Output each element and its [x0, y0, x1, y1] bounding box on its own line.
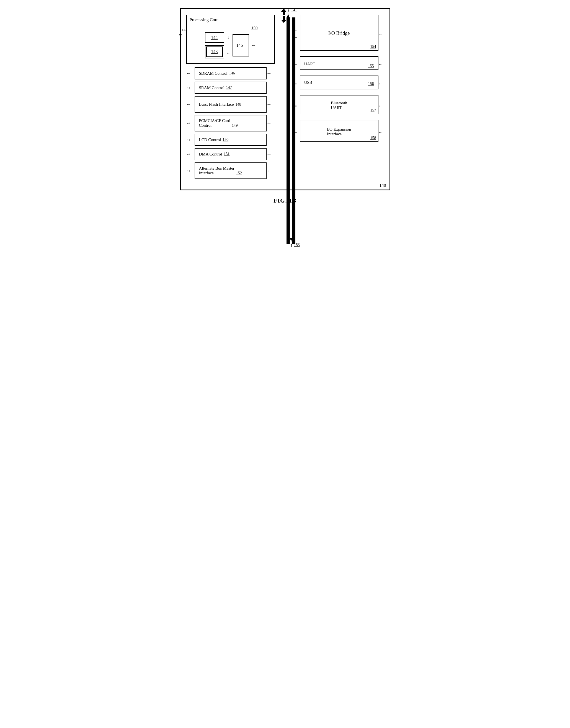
io-bridge-right-arrow: ← [378, 31, 384, 37]
diagram-wrapper: Processing Core 159 ↔ 142 144 [186, 15, 384, 181]
alt-bus-right-arrow: ↔ [267, 168, 275, 174]
pcmcia-box: PCMCIA/CF Card Control 149 [195, 115, 267, 131]
lcd-right-arrow: → [267, 137, 275, 143]
burst-flash-row: ↔ Burst Flash Interface 148 ← [186, 96, 275, 113]
usb-row: ↔ USB 156 ↔ [294, 76, 384, 92]
dma-left-arrow: ↔ [186, 151, 195, 157]
svg-marker-6 [281, 9, 287, 15]
fig-label: FIG. 1B [274, 197, 296, 204]
bluetooth-left-arrow: ↔ [294, 104, 300, 108]
svg-marker-7 [281, 16, 287, 23]
core-block-145: 145 [233, 34, 249, 56]
uart-right-arrow: ↔ [378, 62, 384, 67]
sram-left-arrow: ↔ [186, 85, 195, 91]
core-right-arrow: ↔ [251, 43, 256, 48]
svg-text:141: 141 [291, 8, 297, 12]
main-diagram-box: 141 153 Processing Core 159 ↔ [180, 8, 390, 190]
sram-box: SRAM Control 147 [195, 82, 267, 94]
lcd-row: ↔ LCD Control 150 → [186, 134, 275, 146]
alt-bus-row: ↔ Alternate Bus Master Interface 152 ↔ [186, 162, 275, 179]
dma-right-arrow: → [267, 151, 275, 157]
usb-box: USB 156 [300, 76, 378, 89]
dma-row: ↔ DMA Control 151 → [186, 148, 275, 160]
right-column: ↔ ↔ I/O Bridge 154 ← [291, 15, 384, 147]
page-container: 141 153 Processing Core 159 ↔ [177, 8, 393, 204]
io-expansion-box: I/O ExpansionInterface 158 [300, 120, 378, 142]
uart-row: ↔ UART 155 ↔ [294, 56, 384, 73]
dma-box: DMA Control 151 [195, 148, 267, 160]
core-ref-159: 159 [251, 26, 258, 30]
lcd-box: LCD Control 150 [195, 134, 267, 146]
io-bridge-row: ↔ ↔ I/O Bridge 154 ← [294, 15, 384, 53]
io-bridge-left-arrows: ↔ ↔ [294, 28, 300, 40]
sdram-left-arrow: ↔ [186, 71, 195, 76]
processing-core-box: Processing Core 159 ↔ 142 144 [186, 15, 275, 64]
sram-right-arrow: → [267, 85, 275, 91]
io-bridge-box: I/O Bridge 154 [300, 15, 378, 51]
pcmcia-right-arrow: ← [267, 120, 275, 126]
lcd-left-arrow: ↔ [186, 137, 195, 143]
processing-core-label: Processing Core [190, 17, 218, 22]
usb-right-arrow: ↔ [378, 82, 384, 86]
main-ref-140: 140 [379, 183, 386, 188]
sdram-box: SDRAM Control 146 [195, 67, 267, 79]
bus-top-arrow [280, 9, 288, 15]
io-expansion-row: ↔ I/O ExpansionInterface 158 ← [294, 120, 384, 145]
svg-marker-4 [289, 238, 293, 241]
uart-left-arrow: ↔ [294, 62, 300, 67]
pcmcia-left-arrow: ↔ [186, 120, 195, 126]
core-block-143: 143 [206, 46, 223, 57]
sdram-right-arrow: → [267, 71, 275, 76]
inner-arrow-1: ↕ [227, 35, 229, 40]
sdram-row: ↔ SDRAM Control 146 → [186, 67, 275, 79]
burst-flash-left-arrow: ↔ [186, 102, 195, 107]
burst-flash-box: Burst Flash Interface 148 [195, 96, 267, 113]
io-exp-left-arrow: ↔ [294, 130, 300, 134]
inner-arrow-2: ↔ [227, 51, 230, 55]
svg-text:153: 153 [294, 243, 300, 247]
bluetooth-right-arrow: ← [378, 104, 384, 108]
burst-flash-right-arrow: ← [267, 102, 275, 107]
core-block-143-outer: 143 [205, 45, 224, 58]
alt-bus-box: Alternate Bus Master Interface 152 [195, 162, 267, 179]
bluetooth-row: ↔ BluetoothUART 157 ← [294, 95, 384, 117]
ref-142: 142 [182, 28, 188, 32]
bluetooth-box: BluetoothUART 157 [300, 95, 378, 114]
io-exp-right-arrow: ← [378, 130, 384, 134]
uart-box: UART 155 [300, 56, 378, 70]
pcmcia-row: ↔ PCMCIA/CF Card Control 149 ← [186, 115, 275, 131]
usb-left-arrow: ↔ [294, 82, 300, 86]
alt-bus-left-arrow: ↔ [186, 168, 195, 174]
left-column: Processing Core 159 ↔ 142 144 [186, 15, 275, 181]
bus-bottom-arrow [280, 16, 288, 23]
core-block-144: 144 [205, 32, 224, 43]
sram-row: ↔ SRAM Control 147 → [186, 82, 275, 94]
arrow-142: ↔ [178, 32, 183, 38]
